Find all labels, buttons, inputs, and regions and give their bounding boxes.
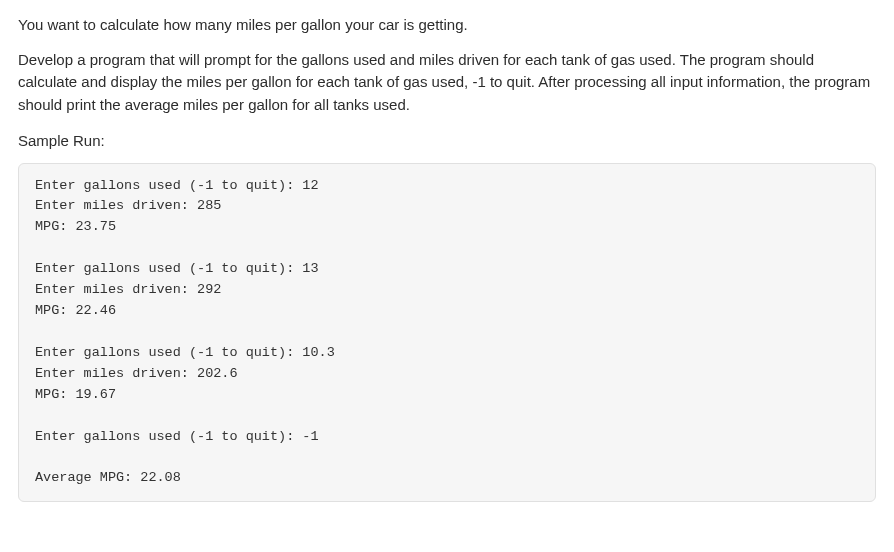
sample-run-output: Enter gallons used (-1 to quit): 12 Ente… bbox=[18, 163, 876, 503]
intro-paragraph-1: You want to calculate how many miles per… bbox=[18, 14, 876, 37]
intro-paragraph-2: Develop a program that will prompt for t… bbox=[18, 49, 876, 117]
sample-run-label: Sample Run: bbox=[18, 130, 876, 153]
